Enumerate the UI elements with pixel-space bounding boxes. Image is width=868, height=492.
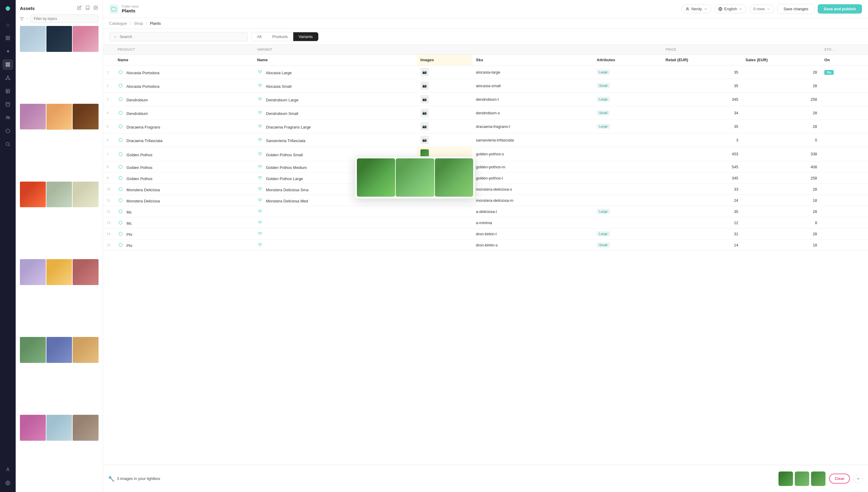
table-row: 13 Mc a-minima 12 8 <box>103 217 868 228</box>
search-box[interactable] <box>109 32 248 41</box>
header-controls: Nerdy English 0 rows Save changes Save a… <box>681 4 862 14</box>
asset-image[interactable] <box>73 104 99 130</box>
sidebar-home[interactable]: ⌂ <box>2 19 13 30</box>
attributes-cell: Large <box>593 66 662 79</box>
price-group-header: Price <box>662 45 821 55</box>
product-icon <box>117 175 124 181</box>
variant-icon <box>257 96 263 102</box>
asset-image[interactable] <box>73 415 99 441</box>
images-cell[interactable] <box>417 228 472 240</box>
popup-image-2[interactable] <box>396 158 434 197</box>
row-num: 4 <box>103 106 114 120</box>
language-chevron-icon <box>739 7 742 11</box>
asset-image[interactable] <box>46 26 72 52</box>
popup-image-1[interactable] <box>357 158 395 197</box>
images-cell[interactable]: 📷 <box>417 93 472 106</box>
tab-all[interactable]: All <box>252 32 267 41</box>
sidebar-search[interactable] <box>2 139 13 150</box>
asset-image[interactable] <box>46 104 72 130</box>
images-cell[interactable]: 📷 <box>417 120 472 133</box>
image-placeholder: 📷 <box>420 108 429 117</box>
images-cell[interactable]: 📷 <box>417 106 472 120</box>
on-cell <box>821 133 868 147</box>
asset-image[interactable] <box>20 259 46 285</box>
asset-image[interactable] <box>20 181 46 207</box>
images-cell[interactable]: 📷 <box>417 79 472 93</box>
book-icon[interactable] <box>85 5 90 11</box>
sidebar-preview[interactable] <box>2 99 13 110</box>
sku-cell: dron-birkin-s <box>472 240 593 251</box>
images-cell[interactable]: 📷 <box>417 133 472 147</box>
lightbox-thumb-3[interactable] <box>811 471 825 486</box>
svg-rect-17 <box>6 103 10 106</box>
asset-image[interactable] <box>46 259 72 285</box>
table-row: 14 Phi dron-birkin-l Large 31 28 <box>103 228 868 240</box>
assets-panel: Assets <box>16 0 103 492</box>
sidebar-box[interactable] <box>2 125 13 137</box>
images-cell[interactable] <box>417 240 472 251</box>
edit-icon[interactable] <box>77 5 82 11</box>
asset-image[interactable] <box>20 104 46 130</box>
asset-image[interactable] <box>46 337 72 363</box>
svg-point-9 <box>6 79 7 80</box>
sidebar-sparkle[interactable]: ✦ <box>2 46 13 57</box>
row-num: 12 <box>103 206 114 217</box>
filter-input[interactable] <box>30 15 99 23</box>
tab-variants[interactable]: Variants <box>293 32 318 41</box>
image-placeholder: 📷 <box>420 95 429 103</box>
asset-image[interactable] <box>46 415 72 441</box>
attributes-cell: Large <box>593 120 662 133</box>
image-icon[interactable] <box>93 5 99 11</box>
sidebar-text[interactable]: A <box>2 464 13 475</box>
lightbox-thumb-2[interactable] <box>795 471 809 486</box>
asset-image[interactable] <box>73 337 99 363</box>
retail-cell: 35 <box>662 66 742 79</box>
image-placeholder: 📷 <box>420 136 429 144</box>
asset-image[interactable] <box>20 415 46 441</box>
popup-image-3[interactable] <box>435 158 473 197</box>
breadcrumb-shop[interactable]: Shop <box>134 21 143 26</box>
product-icon <box>117 164 124 170</box>
app-logo[interactable] <box>2 4 13 15</box>
breadcrumb-catalogue[interactable]: Catalogue <box>109 21 127 26</box>
sidebar-layers[interactable] <box>2 32 13 44</box>
images-cell[interactable] <box>417 217 472 228</box>
save-changes-button[interactable]: Save changes <box>777 4 815 14</box>
asset-image[interactable] <box>73 26 99 52</box>
asset-image[interactable] <box>20 26 46 52</box>
clear-button[interactable]: Clear <box>829 474 850 484</box>
assets-header: Assets <box>16 0 103 15</box>
variant-name-cell: Alocasia Large <box>254 66 417 79</box>
rows-pill[interactable]: 0 rows <box>749 4 774 13</box>
tab-products[interactable]: Products <box>267 32 293 41</box>
asset-image[interactable] <box>46 181 72 207</box>
images-cell[interactable]: 📷 <box>417 66 472 79</box>
attr-tag: Large <box>597 70 610 74</box>
lightbox-thumbnails <box>779 471 825 486</box>
sidebar-table[interactable] <box>2 86 13 97</box>
lightbox-bar: 🔧 3 images in your lightbox Clear <box>103 465 868 492</box>
asset-image[interactable] <box>73 259 99 285</box>
sidebar-users[interactable] <box>2 112 13 123</box>
language-pill[interactable]: English <box>714 4 746 13</box>
sidebar-settings[interactable] <box>2 477 13 488</box>
persona-pill[interactable]: Nerdy <box>681 4 711 13</box>
search-input[interactable] <box>120 34 244 39</box>
variant-name-cell: Dendrobium Large <box>254 93 417 106</box>
images-cell[interactable] <box>417 206 472 217</box>
sidebar-nodes[interactable] <box>2 72 13 83</box>
download-button[interactable] <box>853 474 863 484</box>
svg-line-22 <box>9 145 10 146</box>
retail-cell: 3 <box>662 133 742 147</box>
product-name-cell: Alocasia Portodora <box>114 79 254 93</box>
save-publish-button[interactable]: Save and publish <box>818 4 862 14</box>
product-name-cell: Phi <box>114 228 254 240</box>
sales-cell: 408 <box>742 162 821 173</box>
lightbox-thumb-1[interactable] <box>779 471 793 486</box>
sales-cell: 18 <box>742 195 821 206</box>
asset-image[interactable] <box>73 181 99 207</box>
sidebar-grid[interactable] <box>2 59 13 70</box>
sales-cell: 338 <box>742 147 821 162</box>
asset-image[interactable] <box>20 337 46 363</box>
variant-name-cell <box>254 240 417 251</box>
